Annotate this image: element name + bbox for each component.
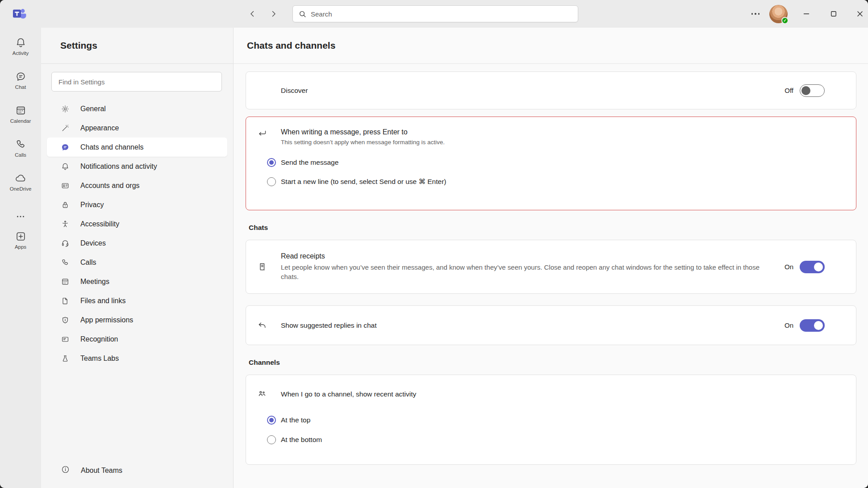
suggested-replies-label: Show suggested replies in chat [281,321,377,330]
rail-item-calls[interactable]: Calls [4,138,38,172]
presence-available-icon: ✓ [781,17,789,24]
discover-card: Discover Off [246,71,856,109]
radio-unselected-icon[interactable] [267,177,276,186]
app-rail: Activity Chat Calendar Calls OneDrive [0,28,41,488]
wand-icon [61,124,70,133]
phone-icon [61,258,70,267]
find-in-settings-input[interactable] [58,78,221,86]
sidebar-item-accessibility[interactable]: Accessibility [47,214,227,234]
activity-bell-icon [15,37,27,49]
enter-setting-title: When writing a message, press Enter to [281,128,445,136]
apps-plus-icon [15,230,27,242]
sidebar-item-notifications[interactable]: Notifications and activity [47,157,227,176]
sidebar-item-privacy[interactable]: Privacy [47,195,227,214]
lock-icon [61,200,70,209]
radio-send-the-message[interactable]: Send the message [267,158,856,167]
search-input[interactable] [311,10,578,18]
close-button[interactable] [852,6,868,22]
main-header: Chats and channels [234,28,868,64]
forward-button[interactable] [266,7,281,21]
settings-title: Settings [60,40,97,51]
read-receipts-card: Read receipts Let people know when you’v… [246,240,856,294]
settings-sidebar: Settings General Appearance Chats and ch… [41,28,234,488]
channels-section-heading: Channels [249,359,856,367]
back-button[interactable] [245,7,260,21]
sidebar-item-chats-and-channels[interactable]: Chats and channels [47,138,227,157]
sidebar-item-recognition[interactable]: Recognition [47,330,227,349]
teams-window: ✓ Activity Chat Calendar [0,0,868,488]
sidebar-item-accounts[interactable]: Accounts and orgs [47,176,227,195]
settings-header: Settings [41,28,233,64]
rail-item-onedrive[interactable]: OneDrive [4,172,38,206]
rail-item-activity[interactable]: Activity [4,37,38,71]
chats-section-heading: Chats [249,224,856,232]
rail-more-apps-icon[interactable] [4,209,38,224]
read-receipts-icon [257,262,267,272]
enter-setting-subtitle: This setting doesn’t apply when message … [281,139,445,146]
settings-scroll-area[interactable]: Discover Off When writing a message, pre… [234,64,868,488]
onedrive-cloud-icon [14,172,27,184]
file-icon [61,296,70,305]
profile-avatar[interactable]: ✓ [769,5,788,23]
search-icon [299,10,306,18]
shield-icon [61,316,70,325]
enter-key-icon [257,128,267,139]
channel-recent-activity-title: When I go to a channel, show recent acti… [281,390,416,398]
sidebar-item-app-permissions[interactable]: App permissions [47,310,227,330]
phone-icon [15,138,27,150]
discover-label: Discover [281,87,308,95]
more-options-icon[interactable] [747,7,764,21]
id-card-icon [61,181,70,190]
settings-nav: General Appearance Chats and channels No… [41,99,233,368]
rail-item-apps[interactable]: Apps [4,230,38,264]
radio-selected-icon[interactable] [267,416,276,425]
radio-start-new-line[interactable]: Start a new line (to send, select Send o… [267,177,856,186]
channel-recent-activity-card: When I go to a channel, show recent acti… [246,375,856,465]
calendar-icon [61,277,70,286]
bell-icon [61,162,70,171]
discover-toggle[interactable] [800,84,825,97]
suggested-replies-toggle[interactable] [800,319,825,332]
radio-unselected-icon[interactable] [267,435,276,444]
info-icon [61,465,70,476]
beaker-icon [61,354,70,363]
sidebar-item-appearance[interactable]: Appearance [47,118,227,138]
settings-main-pane: Chats and channels Discover Off [234,28,868,488]
discover-toggle-state: Off [785,87,793,94]
accessibility-person-icon [61,220,70,229]
find-in-settings[interactable] [51,72,222,92]
sidebar-item-teams-labs[interactable]: Teams Labs [47,349,227,368]
global-search[interactable] [292,5,578,22]
reply-arrow-icon [257,320,267,331]
radio-at-the-top[interactable]: At the top [267,416,856,425]
read-receipts-toggle-state: On [785,263,793,271]
headset-icon [61,239,70,248]
radio-selected-icon[interactable] [267,158,276,167]
gear-icon [61,104,70,113]
suggested-replies-card: Show suggested replies in chat On [246,305,856,345]
sidebar-item-general[interactable]: General [47,99,227,118]
rail-item-chat[interactable]: Chat [4,71,38,104]
sidebar-item-meetings[interactable]: Meetings [47,272,227,291]
read-receipts-title: Read receipts [281,252,768,260]
sidebar-item-calls[interactable]: Calls [47,253,227,272]
enter-to-send-card: When writing a message, press Enter to T… [246,117,856,210]
sidebar-item-devices[interactable]: Devices [47,234,227,253]
rail-item-calendar[interactable]: Calendar [4,104,38,138]
titlebar: ✓ [0,0,868,28]
sidebar-item-files-links[interactable]: Files and links [47,291,227,310]
radio-at-the-bottom[interactable]: At the bottom [267,435,856,444]
chat-filled-icon [61,143,70,152]
maximize-button[interactable] [826,6,842,22]
about-teams[interactable]: About Teams [47,461,227,480]
minimize-button[interactable] [798,6,814,22]
calendar-icon [15,104,27,117]
people-community-icon [257,389,267,400]
chat-icon [15,71,27,83]
certificate-icon [61,335,70,344]
page-title: Chats and channels [247,40,335,51]
read-receipts-description: Let people know when you’ve seen their m… [281,263,768,281]
read-receipts-toggle[interactable] [800,261,825,273]
teams-logo-icon [12,7,28,22]
suggested-replies-toggle-state: On [785,321,793,329]
